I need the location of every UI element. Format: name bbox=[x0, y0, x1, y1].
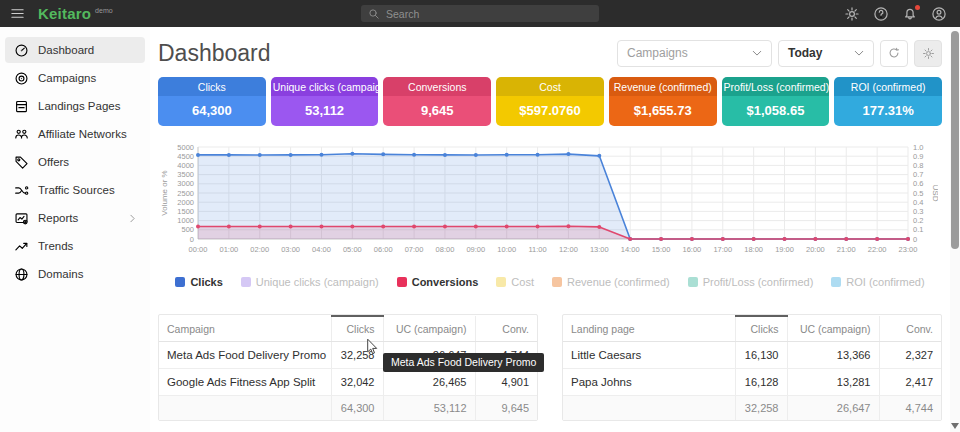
legend-label: Cost bbox=[511, 276, 534, 288]
row-value-cell: 26,465 bbox=[383, 369, 475, 396]
sidebar-item-offers[interactable]: Offers bbox=[5, 149, 145, 175]
svg-text:0: 0 bbox=[913, 235, 917, 244]
svg-text:4500: 4500 bbox=[177, 152, 194, 161]
svg-text:1500: 1500 bbox=[177, 207, 194, 216]
table-row: Papa Johns16,12813,2812,417 bbox=[563, 369, 941, 396]
legend-swatch bbox=[552, 277, 562, 287]
main-content: Dashboard Campaigns Today Clicks64,300Un… bbox=[150, 27, 950, 432]
table-footer: 32,25826,6474,744 bbox=[563, 396, 941, 421]
traffic-chart[interactable]: 0500100015002000250030003500400045005000… bbox=[158, 139, 942, 268]
column-header-uc-campaign[interactable]: UC (campaign) bbox=[383, 316, 475, 342]
global-search[interactable] bbox=[361, 5, 599, 22]
stat-card-cost: Cost$597.0760 bbox=[496, 77, 604, 126]
stat-cards-row: Clicks64,300Unique clicks (campaign)53,1… bbox=[158, 77, 942, 126]
svg-text:0.8: 0.8 bbox=[913, 161, 923, 170]
sidebar-item-label: Campaigns bbox=[38, 72, 96, 84]
stat-card-label: Cost bbox=[496, 77, 604, 96]
scroll-down-arrow[interactable] bbox=[951, 423, 959, 429]
svg-text:0.6: 0.6 bbox=[913, 179, 923, 188]
svg-text:Volume or %: Volume or % bbox=[160, 170, 169, 215]
column-header-landing-page[interactable]: Landing page bbox=[563, 316, 735, 342]
row-name-cell[interactable]: Meta Ads Food Delivery Promo bbox=[159, 342, 331, 369]
stat-card-value: 9,645 bbox=[383, 96, 491, 126]
sidebar-item-label: Offers bbox=[38, 156, 69, 168]
svg-text:USD: USD bbox=[931, 185, 938, 202]
column-header-campaign[interactable]: Campaign bbox=[159, 316, 331, 342]
row-value-cell: 4,901 bbox=[475, 369, 537, 396]
svg-text:23:00: 23:00 bbox=[899, 245, 918, 254]
footer-total-cell: 26,647 bbox=[787, 396, 879, 421]
svg-text:09:00: 09:00 bbox=[466, 245, 485, 254]
svg-text:22:00: 22:00 bbox=[868, 245, 887, 254]
sidebar-item-campaigns[interactable]: Campaigns bbox=[5, 65, 145, 91]
sidebar-item-landings-pages[interactable]: Landings Pages bbox=[5, 93, 145, 119]
legend-swatch bbox=[831, 277, 841, 287]
stat-card-label: Profit/Loss (confirmed) bbox=[722, 77, 830, 96]
column-header-uc-campaign[interactable]: UC (campaign) bbox=[787, 316, 879, 342]
chart-series-conversions bbox=[196, 224, 910, 241]
chevron-right-icon bbox=[128, 214, 137, 223]
svg-text:0.4: 0.4 bbox=[913, 198, 923, 207]
svg-text:19:00: 19:00 bbox=[775, 245, 794, 254]
legend-item-clicks[interactable]: Clicks bbox=[175, 276, 222, 288]
page-title: Dashboard bbox=[158, 40, 271, 67]
footer-total-cell bbox=[159, 396, 331, 421]
legend-item-revenue-confirmed[interactable]: Revenue (confirmed) bbox=[552, 276, 670, 288]
svg-text:1.0: 1.0 bbox=[913, 143, 923, 152]
target-icon bbox=[13, 71, 29, 86]
legend-item-conversions[interactable]: Conversions bbox=[397, 276, 479, 288]
help-icon[interactable] bbox=[873, 6, 889, 22]
user-icon[interactable] bbox=[931, 6, 947, 22]
sidebar-item-affiliate-networks[interactable]: Affiliate Networks bbox=[5, 121, 145, 147]
date-range-select[interactable]: Today bbox=[778, 40, 874, 67]
row-name-cell[interactable]: Google Ads Fitness App Split bbox=[159, 369, 331, 396]
menu-icon[interactable] bbox=[10, 6, 25, 21]
sidebar-item-traffic-sources[interactable]: Traffic Sources bbox=[5, 177, 145, 203]
svg-text:4000: 4000 bbox=[177, 161, 194, 170]
svg-text:02:00: 02:00 bbox=[250, 245, 269, 254]
stat-card-unique-clicks-campaign: Unique clicks (campaign)53,112 bbox=[271, 77, 379, 126]
stat-card-label: ROI (confirmed) bbox=[834, 77, 942, 96]
legend-item-roi-confirmed[interactable]: ROI (confirmed) bbox=[831, 276, 924, 288]
table-landing-pages: Landing pageClicksUC (campaign)Conv.Litt… bbox=[562, 314, 942, 421]
row-value-cell: 2,327 bbox=[879, 342, 941, 369]
stat-card-value: 53,112 bbox=[271, 96, 379, 126]
column-header-conv[interactable]: Conv. bbox=[879, 316, 941, 342]
svg-text:0.5: 0.5 bbox=[913, 189, 923, 198]
sidebar-item-dashboard[interactable]: Dashboard bbox=[5, 37, 145, 63]
footer-total-cell bbox=[563, 396, 735, 421]
row-name-cell[interactable]: Papa Johns bbox=[563, 369, 735, 396]
legend-item-cost[interactable]: Cost bbox=[496, 276, 534, 288]
search-input[interactable] bbox=[386, 8, 592, 20]
footer-total-cell: 64,300 bbox=[331, 396, 383, 421]
column-header-conv[interactable]: Conv. bbox=[475, 316, 537, 342]
legend-label: ROI (confirmed) bbox=[846, 276, 924, 288]
scrollbar-thumb[interactable] bbox=[951, 31, 959, 249]
sidebar-item-reports[interactable]: Reports bbox=[5, 205, 145, 231]
sidebar-item-trends[interactable]: Trends bbox=[5, 233, 145, 259]
dashboard-settings-button[interactable] bbox=[914, 40, 942, 67]
stat-card-value: $597.0760 bbox=[496, 96, 604, 126]
svg-text:21:00: 21:00 bbox=[837, 245, 856, 254]
svg-text:5000: 5000 bbox=[177, 143, 194, 152]
svg-text:10:00: 10:00 bbox=[497, 245, 516, 254]
legend-item-unique-clicks-campaign[interactable]: Unique clicks (campaign) bbox=[241, 276, 379, 288]
sidebar-item-label: Reports bbox=[38, 212, 78, 224]
sidebar-item-domains[interactable]: Domains bbox=[5, 261, 145, 287]
gear-icon[interactable] bbox=[844, 6, 860, 22]
refresh-button[interactable] bbox=[880, 40, 908, 67]
stat-card-revenue-confirmed: Revenue (confirmed)$1,655.73 bbox=[609, 77, 717, 126]
row-name-cell[interactable]: Little Caesars bbox=[563, 342, 735, 369]
bell-icon[interactable] bbox=[902, 6, 918, 22]
column-header-clicks[interactable]: Clicks bbox=[735, 316, 787, 342]
table-footer: 64,30053,1129,645 bbox=[159, 396, 537, 421]
legend-item-profit-loss-confirmed[interactable]: Profit/Loss (confirmed) bbox=[688, 276, 814, 288]
tag-icon bbox=[13, 155, 29, 170]
svg-text:13:00: 13:00 bbox=[590, 245, 609, 254]
trends-icon bbox=[13, 239, 29, 254]
sidebar-item-label: Landings Pages bbox=[38, 100, 120, 112]
svg-text:0.3: 0.3 bbox=[913, 207, 923, 216]
stat-card-roi-confirmed: ROI (confirmed)177.31% bbox=[834, 77, 942, 126]
page-scrollbar bbox=[950, 27, 960, 432]
campaigns-filter-select[interactable]: Campaigns bbox=[617, 40, 772, 67]
